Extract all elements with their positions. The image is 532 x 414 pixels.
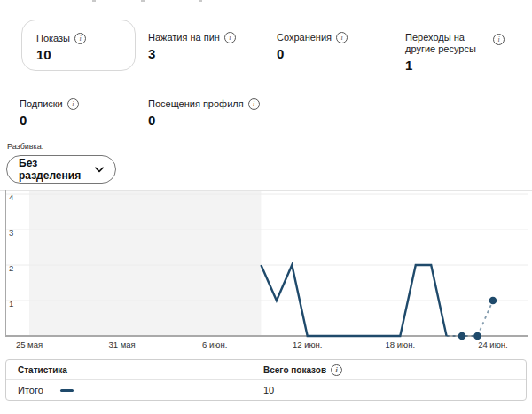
data-point-dot[interactable] [458,332,466,340]
y-axis-tick-label: 2 [9,263,13,273]
x-axis-tick-label: 24 июн. [478,340,508,349]
info-icon[interactable] [224,32,236,43]
metric-card-outbound-clicks[interactable]: Переходы на другие ресурсы 1 [405,32,490,73]
info-icon[interactable] [331,364,342,376]
table-row: Итого 10 [6,380,526,400]
metric-label: Подписки [20,98,79,110]
data-point-dot[interactable] [489,297,497,305]
info-icon[interactable] [336,32,348,43]
row-value: 10 [263,385,274,395]
analytics-page: Показы 10 Нажатия на пин 3 Сохранения 0 … [0,0,532,414]
impressions-line-chart: 123425 мая31 мая6 июн.12 июн.18 июн.24 и… [0,190,532,351]
info-icon[interactable] [248,98,260,110]
info-icon[interactable] [67,98,79,110]
metric-value: 1 [405,58,490,73]
breakdown-label: Разбивка: [7,142,43,151]
row-label: Итого [18,385,43,395]
y-axis-tick-label: 4 [9,192,13,202]
info-icon[interactable] [74,33,86,44]
metric-value: 0 [20,113,79,128]
x-axis-tick-label: 31 мая [109,340,136,349]
y-axis-tick-label: 3 [9,228,13,238]
trend-line-projected [447,301,493,336]
x-axis-tick-label: 6 июн. [202,340,227,349]
no-data-region [29,191,261,335]
stats-column-header: Статистика [6,365,263,375]
metric-label: Показы [36,33,86,44]
clipped-text-fragment [141,0,145,2]
metric-label: Переходы на другие ресурсы [405,32,490,55]
metric-value: 3 [148,46,236,61]
data-point-dot[interactable] [473,332,481,340]
impressions-chart: 123425 мая31 мая6 июн.12 июн.18 июн.24 и… [0,190,532,351]
metric-label: Нажатия на пин [148,32,236,43]
x-axis-tick-label: 12 июн. [293,340,323,349]
series-legend-swatch [60,389,74,392]
stats-table: Статистика Всего показов Итого 10 [5,359,527,401]
chevron-down-icon [95,167,104,173]
metric-card-pin-clicks[interactable]: Нажатия на пин 3 [148,32,236,61]
x-axis-tick-label: 18 июн. [386,340,416,349]
metric-card-saves[interactable]: Сохранения 0 [277,32,348,61]
metric-value: 0 [277,46,348,61]
metric-card-profile-visits[interactable]: Посещения профиля 0 [148,98,260,128]
metric-value: 10 [36,47,86,62]
x-axis-tick-label: 25 мая [16,340,43,349]
metric-label: Посещения профиля [148,98,260,110]
metric-card-impressions[interactable]: Показы 10 [21,20,136,71]
total-impressions-column-header: Всего показов [263,365,326,375]
info-icon[interactable] [493,34,505,45]
breakdown-dropdown[interactable]: Без разделения [6,155,116,184]
clipped-text-fragment [199,0,202,2]
clipped-text-fragment [92,0,96,2]
breakdown-selected-value: Без разделения [19,157,95,182]
metric-label: Сохранения [277,32,348,43]
y-axis-tick-label: 1 [9,299,13,309]
metric-card-follows[interactable]: Подписки 0 [20,98,79,128]
stats-table-header: Статистика Всего показов [6,360,526,380]
metric-value: 0 [148,113,260,128]
